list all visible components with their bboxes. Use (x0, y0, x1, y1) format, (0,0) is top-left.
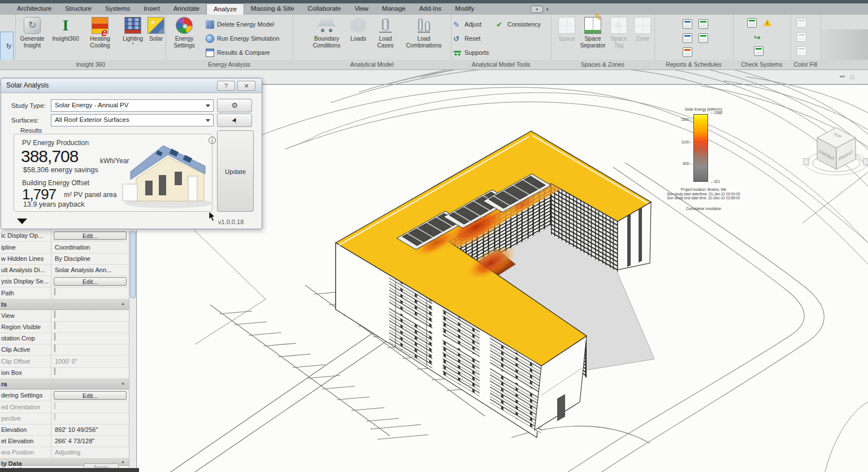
checkbox[interactable] (54, 322, 55, 329)
check-pipe-systems-icon[interactable] (754, 32, 763, 42)
note-block-icon[interactable] (683, 47, 692, 57)
panel-schedule-icon[interactable] (698, 19, 708, 29)
tab-view[interactable]: View (348, 3, 375, 15)
viewcube[interactable]: TOP FRONT RIGHT (804, 128, 868, 175)
property-label: ysis Display Se... (0, 276, 51, 287)
tab-insert[interactable]: Insert (137, 3, 167, 15)
panel-label-analytical-model[interactable]: Analytical Model (293, 60, 451, 70)
check-circuits-icon[interactable] (754, 46, 763, 56)
panel-label-energy-analysis[interactable]: Energy Analysis (166, 60, 293, 70)
load-combinations-icon (415, 17, 432, 34)
run-energy-simulation-button[interactable]: Run Energy Simulation (206, 32, 279, 45)
panel-label-check-systems[interactable]: Check Systems (733, 60, 791, 70)
consistency-button[interactable]: Consistency (496, 18, 541, 30)
ribbon-cycle-icon[interactable] (546, 8, 548, 10)
collapse-icon[interactable]: ▲ (121, 381, 124, 385)
tab-collaborate[interactable]: Collaborate (301, 3, 348, 15)
info-icon[interactable]: i (209, 137, 216, 144)
heating-cooling-button[interactable]: Heating Cooling (84, 16, 116, 60)
show-warnings-icon[interactable] (763, 18, 772, 28)
generate-insight-button[interactable]: Generate Insight (16, 16, 49, 60)
pv-production-unit: kWh/Year (100, 157, 129, 165)
solar-icon (147, 17, 164, 34)
property-label: Clip Active (0, 344, 51, 355)
energy-settings-button[interactable]: Energy Settings (168, 16, 200, 60)
modify-button-fragment[interactable]: fy (0, 32, 14, 61)
loads-label: Loads (350, 36, 366, 42)
lighting-button[interactable]: Lighting ▾ (118, 16, 147, 60)
version-text: v1.0.0.18 (218, 218, 244, 225)
ribbon-minimize-icon[interactable]: ▾ (531, 6, 543, 13)
edit-button[interactable]: Edit... (54, 391, 127, 400)
load-combinations-button[interactable]: Load Combinations (401, 16, 446, 60)
collapse-icon[interactable]: ▲ (121, 301, 124, 305)
property-value[interactable]: 892' 10 49/256" (51, 425, 129, 435)
property-value[interactable]: By Discipline (51, 254, 129, 264)
supports-button[interactable]: Supports (453, 46, 489, 59)
checkbox[interactable] (54, 368, 55, 375)
material-takeoff-icon[interactable] (683, 33, 692, 43)
space-label: Space (558, 36, 575, 42)
dialog-title-bar[interactable]: Solar Analysis ? ✕ (1, 78, 262, 93)
ribbon: fy t ▾ Generate Insight Insight360 Heati… (0, 15, 868, 60)
property-value: Adjusting (51, 447, 129, 458)
schedule-quantities-icon[interactable] (683, 19, 692, 29)
checkbox[interactable] (54, 344, 55, 352)
panel-label-analytical-model-tools[interactable]: Analytical Model Tools (451, 60, 551, 70)
delete-energy-model-button[interactable]: Delete Energy Model (206, 18, 274, 30)
insight360-button[interactable]: Insight360 (50, 16, 81, 60)
loads-button[interactable]: Loads (346, 16, 370, 60)
property-value[interactable]: Solar Analysis Ann... (51, 265, 129, 276)
close-icon[interactable]: ✕ (237, 81, 255, 91)
tab-systems[interactable]: Systems (98, 3, 137, 15)
surfaces-select[interactable]: All Roof Exterior Surfaces (51, 114, 214, 126)
chevron-down-icon (206, 104, 210, 107)
heating-cooling-icon (92, 17, 108, 34)
tab-annotate[interactable]: Annotate (167, 3, 206, 15)
property-value[interactable]: Coordination (51, 242, 129, 253)
panel-label-color-fill[interactable]: Color Fill (791, 60, 821, 70)
pv-production-value: 388,708 (21, 147, 78, 166)
legend-end-date: Sun study end date time: 31-Dec-10 23:59… (650, 196, 757, 200)
edit-button[interactable]: Edit... (54, 231, 127, 240)
study-type-select[interactable]: Solar Energy - Annual PV (51, 99, 214, 112)
viewcube-home-icon[interactable]: ⌂ (850, 72, 854, 81)
panel-label-reports-schedules[interactable]: Reports & Schedules (654, 60, 733, 70)
space-separator-button[interactable]: Space Separator (580, 16, 606, 60)
scrollbar-thumb[interactable] (130, 231, 136, 298)
revit-window: Architecture Structure Systems Insert An… (0, 0, 868, 472)
property-value[interactable]: 266' 4 73/128" (51, 436, 129, 447)
expand-triangle-icon[interactable] (17, 218, 27, 224)
viewcube-options-icon[interactable] (840, 76, 845, 77)
collapse-icon[interactable]: ▲ (121, 460, 124, 464)
tab-massing-site[interactable]: Massing & Site (244, 3, 301, 15)
tab-architecture[interactable]: Architecture (10, 3, 58, 15)
results-compare-button[interactable]: Results & Compare (206, 46, 270, 59)
section-header[interactable]: ts▲ (0, 299, 129, 310)
panel-label-insight360[interactable]: Insight 360 (16, 60, 166, 70)
reset-button[interactable]: Reset (453, 32, 480, 45)
pick-surfaces-button[interactable]: ➤ (217, 113, 252, 127)
tab-analyze[interactable]: Analyze (206, 3, 244, 15)
check-duct-systems-icon[interactable] (747, 18, 757, 28)
checkbox[interactable] (54, 333, 55, 340)
load-cases-button[interactable]: Load Cases (372, 16, 399, 60)
properties-scrollbar[interactable] (129, 230, 136, 472)
graphical-column-schedule-icon[interactable] (698, 33, 708, 43)
update-button[interactable]: Update (217, 130, 254, 212)
checkbox[interactable] (54, 311, 55, 318)
solar-button[interactable]: Solar (146, 16, 166, 60)
settings-button[interactable]: ⚙ (217, 99, 252, 112)
section-header[interactable]: ra▲ (0, 379, 129, 390)
tab-addins[interactable]: Add-Ins (413, 3, 449, 15)
panel-label-spaces-zones[interactable]: Spaces & Zones (551, 60, 654, 70)
tab-structure[interactable]: Structure (58, 3, 98, 15)
tab-manage[interactable]: Manage (375, 3, 413, 15)
boundary-conditions-button[interactable]: Boundary Conditions (309, 16, 345, 60)
help-button[interactable]: ? (217, 81, 235, 91)
edit-button[interactable]: Edit... (54, 277, 127, 286)
checkbox[interactable] (54, 288, 55, 295)
space-tag-button: Space Tag (607, 16, 631, 60)
tab-modify[interactable]: Modify (448, 3, 481, 15)
adjust-button[interactable]: Adjust (453, 18, 481, 30)
